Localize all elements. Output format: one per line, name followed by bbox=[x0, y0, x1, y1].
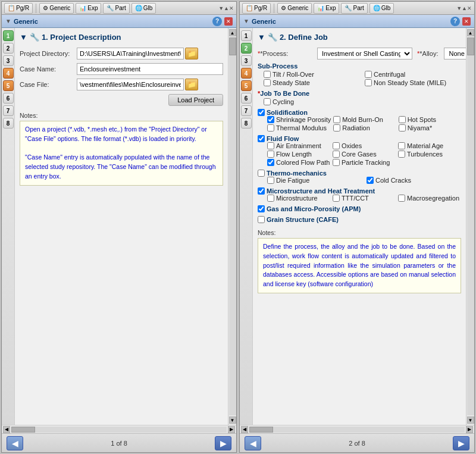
checkbox-cold-cracks[interactable]: Cold Cracks bbox=[367, 177, 461, 184]
step-4-left[interactable]: 4 bbox=[3, 68, 14, 79]
step-1-left[interactable]: 1 bbox=[3, 30, 14, 41]
hscrollbar-left[interactable]: ◀ ▶ bbox=[2, 425, 236, 433]
checkbox-cycling[interactable]: Cycling bbox=[264, 98, 461, 105]
hscrollbar-right[interactable]: ◀ ▶ bbox=[240, 425, 474, 433]
step-8-right[interactable]: 8 bbox=[241, 118, 252, 129]
scrollbar-right[interactable]: ▲ ▼ bbox=[466, 28, 474, 425]
checkbox-die-fatigue[interactable]: Die Fatigue bbox=[267, 177, 362, 184]
checkbox-microstructure[interactable]: Microstructure bbox=[267, 195, 330, 202]
scroll-up-right[interactable]: ▲ bbox=[467, 29, 474, 36]
checkbox-centrifugal[interactable]: Centrifugal bbox=[365, 71, 461, 78]
step-5-right[interactable]: 5 bbox=[241, 80, 252, 91]
checkbox-niyama[interactable]: Niyama* bbox=[399, 124, 461, 131]
thermo-checkbox[interactable] bbox=[258, 170, 265, 177]
pgr-button-right[interactable]: 📋 Pg/R bbox=[242, 3, 271, 14]
checkbox-oxides[interactable]: Oxides bbox=[333, 142, 396, 149]
checkbox-macroseg[interactable]: Macrosegregation bbox=[398, 195, 461, 202]
cold-cracks-checkbox[interactable] bbox=[367, 177, 374, 184]
next-button-left[interactable]: ▶ bbox=[215, 436, 231, 450]
checkbox-mold-burn[interactable]: Mold Burn-On bbox=[333, 116, 396, 123]
micro-main-checkbox[interactable] bbox=[258, 187, 265, 195]
material-age-checkbox[interactable] bbox=[398, 142, 405, 149]
prev-button-left[interactable]: ◀ bbox=[7, 436, 23, 450]
core-gases-checkbox[interactable] bbox=[333, 151, 340, 158]
checkbox-thermo-main[interactable]: Thermo-mechanics bbox=[258, 170, 461, 177]
step-7-left[interactable]: 7 bbox=[3, 105, 14, 116]
prev-button-right[interactable]: ◀ bbox=[245, 436, 261, 450]
step-3-left[interactable]: 3 bbox=[3, 55, 14, 66]
checkbox-fluid-flow-main[interactable]: Fluid Flow bbox=[258, 135, 461, 142]
glb-button-left[interactable]: 🌐 Glb bbox=[131, 3, 156, 14]
hot-spots-checkbox[interactable] bbox=[399, 116, 406, 123]
project-dir-folder-button[interactable]: 📁 bbox=[185, 48, 198, 60]
checkbox-flow-length[interactable]: Flow Length bbox=[267, 151, 330, 158]
mold-burn-checkbox[interactable] bbox=[333, 116, 340, 123]
part-button-left[interactable]: 🔧 Part bbox=[103, 3, 129, 14]
checkbox-hot-spots[interactable]: Hot Spots bbox=[399, 116, 461, 123]
close-button-left[interactable]: ✕ bbox=[224, 17, 233, 26]
step-2-left[interactable]: 2 bbox=[3, 43, 14, 54]
macroseg-checkbox[interactable] bbox=[398, 195, 405, 202]
checkbox-thermal-mod[interactable]: Thermal Modulus bbox=[267, 124, 331, 131]
particle-checkbox[interactable] bbox=[333, 159, 340, 166]
step-6-right[interactable]: 6 bbox=[241, 93, 252, 104]
grain-checkbox[interactable] bbox=[258, 216, 265, 223]
scrollbar-left[interactable]: ▲ ▼ bbox=[228, 28, 236, 425]
thermal-mod-checkbox[interactable] bbox=[267, 124, 274, 131]
checkbox-solidification-main[interactable]: Solidification bbox=[258, 109, 461, 116]
checkbox-shrinkage[interactable]: Shrinkage Porosity bbox=[267, 116, 331, 123]
exp-button-left[interactable]: 📊 Exp bbox=[76, 3, 101, 14]
step-2-right[interactable]: 2 bbox=[241, 43, 252, 54]
checkbox-non-steady[interactable]: Non Steady State (MILE) bbox=[365, 79, 461, 86]
oxides-checkbox[interactable] bbox=[333, 142, 340, 149]
air-ent-checkbox[interactable] bbox=[267, 142, 274, 149]
step-7-right[interactable]: 7 bbox=[241, 105, 252, 116]
fluid-flow-checkbox[interactable] bbox=[258, 135, 265, 142]
niyama-checkbox[interactable] bbox=[399, 124, 406, 131]
microstructure-checkbox[interactable] bbox=[267, 195, 274, 202]
flow-length-checkbox[interactable] bbox=[267, 151, 274, 158]
checkbox-colored-path[interactable]: Colored Flow Path bbox=[267, 159, 330, 166]
process-select[interactable]: Investment or Shell Casting bbox=[317, 48, 412, 60]
solidification-checkbox[interactable] bbox=[258, 109, 265, 116]
part-button-right[interactable]: 🔧 Part bbox=[341, 3, 367, 14]
checkbox-core-gases[interactable]: Core Gases bbox=[333, 151, 396, 158]
case-file-input[interactable] bbox=[77, 79, 184, 90]
centrifugal-checkbox[interactable] bbox=[365, 71, 372, 78]
generic-button-left[interactable]: ⚙ Generic bbox=[39, 3, 74, 14]
step-8-left[interactable]: 8 bbox=[3, 118, 14, 129]
step-5-left[interactable]: 5 bbox=[3, 80, 14, 91]
cycling-checkbox[interactable] bbox=[264, 98, 271, 105]
help-button-right[interactable]: ? bbox=[450, 17, 460, 26]
load-project-button[interactable]: Load Project bbox=[168, 94, 223, 106]
checkbox-gas-micro[interactable]: Gas and Micro-Porosity (APM) bbox=[258, 205, 461, 212]
gas-micro-checkbox[interactable] bbox=[258, 205, 265, 212]
checkbox-particle[interactable]: Particle Tracking bbox=[333, 159, 396, 166]
generic-button-right[interactable]: ⚙ Generic bbox=[277, 3, 312, 14]
exp-button-right[interactable]: 📊 Exp bbox=[314, 3, 339, 14]
step-1-right[interactable]: 1 bbox=[241, 30, 252, 41]
tilt-checkbox[interactable] bbox=[264, 71, 271, 78]
scroll-thumb-right[interactable] bbox=[467, 37, 474, 55]
scroll-up-left[interactable]: ▲ bbox=[229, 29, 236, 36]
checkbox-ttt-cct[interactable]: TTT/CCT bbox=[333, 195, 396, 202]
turbulences-checkbox[interactable] bbox=[398, 151, 405, 158]
shrinkage-checkbox[interactable] bbox=[267, 116, 274, 123]
radiation-checkbox[interactable] bbox=[333, 124, 340, 131]
scroll-down-right[interactable]: ▼ bbox=[467, 417, 474, 424]
ttt-cct-checkbox[interactable] bbox=[333, 195, 340, 202]
checkbox-steady[interactable]: Steady State bbox=[264, 79, 360, 86]
checkbox-radiation[interactable]: Radiation bbox=[333, 124, 396, 131]
colored-path-checkbox[interactable] bbox=[267, 159, 274, 166]
step-6-left[interactable]: 6 bbox=[3, 93, 14, 104]
step-4-right[interactable]: 4 bbox=[241, 68, 252, 79]
checkbox-material-age[interactable]: Material Age bbox=[398, 142, 461, 149]
case-file-folder-button[interactable]: 📁 bbox=[185, 79, 198, 90]
scroll-down-left[interactable]: ▼ bbox=[229, 417, 236, 424]
checkbox-grain[interactable]: Grain Structure (CAFE) bbox=[258, 216, 461, 223]
pgr-button[interactable]: 📋 Pg/R bbox=[4, 3, 33, 14]
step-3-right[interactable]: 3 bbox=[241, 55, 252, 66]
case-name-input[interactable] bbox=[77, 63, 223, 75]
next-button-right[interactable]: ▶ bbox=[453, 436, 469, 450]
glb-button-right[interactable]: 🌐 Glb bbox=[369, 3, 394, 14]
